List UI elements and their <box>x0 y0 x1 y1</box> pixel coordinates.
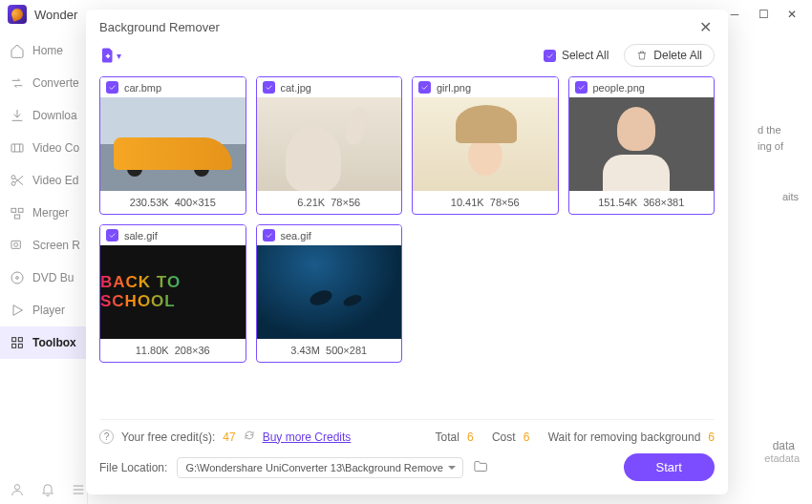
wait-value: 6 <box>708 430 715 444</box>
svg-marker-10 <box>13 305 22 316</box>
menu-icon[interactable] <box>71 482 86 500</box>
cost-label: Cost <box>492 430 516 444</box>
sidebar-item-label: DVD Bu <box>32 271 74 284</box>
checkbox-checked-icon[interactable] <box>263 81 275 94</box>
start-label: Start <box>656 460 682 474</box>
svg-point-9 <box>16 277 19 280</box>
maximize-button[interactable]: ☐ <box>757 8 770 21</box>
credits-count: 47 <box>223 430 235 444</box>
play-icon <box>10 303 25 318</box>
sidebar-item-label: Video Co <box>32 141 79 155</box>
image-card[interactable]: girl.png 10.41K 78×56 <box>412 76 559 215</box>
start-button[interactable]: Start <box>624 453 715 481</box>
delete-all-label: Delete All <box>653 49 702 62</box>
svg-rect-4 <box>18 208 23 212</box>
image-card[interactable]: car.bmp 230.53K 400×315 <box>99 76 246 215</box>
sidebar-item-video-compressor[interactable]: Video Co <box>0 132 87 164</box>
image-card[interactable]: cat.jpg 6.21K 78×56 <box>256 76 403 215</box>
thumbnail <box>413 97 558 191</box>
image-card[interactable]: sale.gif BACK TO SCHOOL 11.80K 208×36 <box>99 224 246 363</box>
convert-icon <box>10 75 25 91</box>
file-meta: 3.43M 500×281 <box>257 339 402 362</box>
file-meta: 11.80K 208×36 <box>100 339 246 362</box>
delete-all-button[interactable]: Delete All <box>624 44 715 67</box>
sidebar-item-label: Home <box>32 44 63 57</box>
checkbox-checked-icon[interactable] <box>418 81 431 94</box>
file-meta: 6.21K 78×56 <box>257 191 402 214</box>
buy-credits-link[interactable]: Buy more Credits <box>263 430 352 444</box>
thumbnail <box>257 97 402 191</box>
file-meta: 151.54K 368×381 <box>569 191 715 214</box>
sidebar-item-label: Merger <box>32 206 69 220</box>
svg-rect-6 <box>11 241 20 248</box>
sidebar-item-label: Video Ed <box>32 174 79 187</box>
bell-icon[interactable] <box>40 482 55 500</box>
help-icon[interactable]: ? <box>99 430 114 444</box>
sidebar-item-home[interactable]: Home <box>0 34 87 67</box>
add-file-icon <box>99 47 117 64</box>
sidebar-item-label: Converte <box>32 76 79 90</box>
thumbnail: BACK TO SCHOOL <box>100 245 246 339</box>
svg-point-7 <box>14 242 18 246</box>
sidebar-item-label: Player <box>32 304 65 317</box>
close-icon[interactable]: ✕ <box>695 17 715 36</box>
user-icon[interactable] <box>10 482 25 500</box>
refresh-icon[interactable] <box>244 430 255 444</box>
sidebar-item-toolbox[interactable]: Toolbox <box>0 326 87 359</box>
image-card[interactable]: sea.gif 3.43M 500×281 <box>256 224 403 363</box>
checkbox-checked-icon[interactable] <box>106 229 118 242</box>
close-button[interactable]: ✕ <box>785 8 799 21</box>
sidebar-item-downloader[interactable]: Downloa <box>0 99 87 132</box>
bg-text-fragment: d theing of <box>758 122 783 154</box>
filename: car.bmp <box>124 82 161 94</box>
bg-text-fragment: aits <box>782 191 799 202</box>
grid-icon <box>10 335 25 350</box>
svg-point-2 <box>11 181 15 185</box>
thumbnail <box>569 97 715 191</box>
sidebar-item-video-editor[interactable]: Video Ed <box>0 164 87 197</box>
svg-rect-14 <box>18 344 22 347</box>
checkbox-checked-icon[interactable] <box>263 229 275 242</box>
minimize-button[interactable]: ─ <box>728 8 741 21</box>
home-icon <box>10 43 25 58</box>
filename: cat.jpg <box>281 82 311 94</box>
background-remover-modal: Background Remover ✕ ▾ Select All Delete… <box>86 10 728 494</box>
svg-rect-3 <box>11 208 16 212</box>
file-location-select[interactable]: G:\Wondershare UniConverter 13\Backgroun… <box>177 457 462 478</box>
add-files-button[interactable]: ▾ <box>99 47 121 64</box>
svg-rect-0 <box>11 144 23 152</box>
image-card[interactable]: people.png 151.54K 368×381 <box>568 76 716 215</box>
download-icon <box>10 108 25 123</box>
sidebar-item-label: Downloa <box>32 109 77 122</box>
select-all-label: Select All <box>562 49 609 62</box>
brand-text: Wonder <box>34 8 77 22</box>
svg-rect-5 <box>14 215 19 219</box>
wait-label: Wait for removing background <box>548 430 701 444</box>
checkbox-checked-icon <box>544 50 556 62</box>
sidebar-item-dvd-burner[interactable]: DVD Bu <box>0 262 87 294</box>
sidebar-item-player[interactable]: Player <box>0 294 87 326</box>
open-folder-button[interactable] <box>473 459 487 476</box>
file-location-label: File Location: <box>99 461 167 474</box>
chevron-down-icon: ▾ <box>117 51 121 61</box>
filename: people.png <box>593 82 645 94</box>
select-all-checkbox[interactable]: Select All <box>544 49 609 62</box>
filename: girl.png <box>437 82 471 94</box>
file-meta: 230.53K 400×315 <box>100 191 246 214</box>
checkbox-checked-icon[interactable] <box>106 81 118 94</box>
cost-value: 6 <box>524 430 530 444</box>
credits-label: Your free credit(s): <box>121 430 215 444</box>
sidebar-item-converter[interactable]: Converte <box>0 67 87 99</box>
svg-point-15 <box>14 485 19 490</box>
sidebar-item-screen-recorder[interactable]: Screen R <box>0 229 87 262</box>
scissors-icon <box>10 173 25 188</box>
svg-point-1 <box>11 176 15 179</box>
checkbox-checked-icon[interactable] <box>575 81 588 94</box>
file-location-path: G:\Wondershare UniConverter 13\Backgroun… <box>185 462 442 473</box>
bg-text-fragment: etadata <box>764 452 800 464</box>
merge-icon <box>10 205 25 220</box>
sidebar-item-merger[interactable]: Merger <box>0 197 87 229</box>
file-meta: 10.41K 78×56 <box>413 191 558 214</box>
footer-icons <box>10 482 86 500</box>
thumbnail-text: BACK TO SCHOOL <box>100 273 246 311</box>
